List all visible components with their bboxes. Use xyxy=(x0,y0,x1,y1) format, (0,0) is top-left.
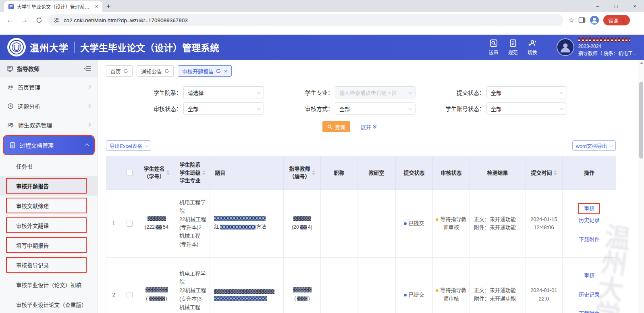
chevron-down-icon xyxy=(257,90,261,94)
thesis-title-cell xyxy=(210,258,284,313)
sidebar-subitem-review-proposal[interactable]: 审核开题报告 xyxy=(0,176,98,196)
student-name-header: 学生姓名 （学号） xyxy=(138,156,175,190)
review-method-select[interactable]: 全部 xyxy=(335,102,415,115)
sidebar-item-homepage-management[interactable]: 首页管理 xyxy=(0,77,98,96)
forward-icon[interactable]: → xyxy=(19,14,31,26)
row-checkbox[interactable] xyxy=(127,292,133,298)
detection-result-header: 检测结果 xyxy=(470,156,526,190)
student-name-cell: (22254 xyxy=(138,190,175,258)
sidebar-item-mutual-selection[interactable]: 师生双选管理 xyxy=(0,115,98,134)
browser-tab[interactable]: 大学生毕业论文（设计）管理系… × xyxy=(4,1,102,12)
chevron-right-icon xyxy=(87,85,91,89)
clock-icon xyxy=(7,103,14,109)
switch-role-button[interactable]: 切换 xyxy=(528,39,537,56)
download-attachment-link[interactable]: 下载附件 xyxy=(565,310,613,313)
select-all-header xyxy=(121,156,138,190)
profile-avatar-icon[interactable] xyxy=(590,15,599,25)
tab-notices[interactable]: 通知公告 xyxy=(137,65,174,77)
status-dot xyxy=(436,289,438,292)
refresh-icon[interactable] xyxy=(164,69,169,73)
tab-close-icon[interactable]: × xyxy=(95,3,98,10)
user-avatar xyxy=(557,38,574,56)
content-tab-strip: 首页 通知公告 审核开题报告 × xyxy=(106,65,636,77)
refresh-icon[interactable] xyxy=(123,69,128,73)
sidebar-collapse-icon[interactable] xyxy=(84,66,91,71)
status-dot xyxy=(404,222,407,225)
tab-home[interactable]: 首页 xyxy=(106,65,133,77)
users-icon xyxy=(7,122,14,128)
tab-close-icon[interactable]: × xyxy=(224,68,227,74)
history-link[interactable]: 历史记录 xyxy=(565,291,613,299)
sidebar-subitem-midterm-report[interactable]: 填写中期报告 xyxy=(0,235,98,255)
sidebar-item-process-documents[interactable]: 过程文档管理 xyxy=(4,136,94,154)
reload-icon[interactable] xyxy=(33,14,45,26)
sidebar-subitem-plagiarism-version[interactable]: 审核毕业设计论文（查重版） xyxy=(0,294,98,313)
submit-time-header: 提交时间 xyxy=(526,156,563,190)
side-panel-icon[interactable] xyxy=(578,17,586,23)
sort-icon[interactable] xyxy=(554,170,557,175)
review-status-select[interactable]: 全部 xyxy=(183,102,264,115)
row-checkbox[interactable] xyxy=(127,221,133,227)
account-status-select[interactable]: 全部 xyxy=(486,102,567,115)
chevron-down-icon xyxy=(408,106,412,110)
error-badge[interactable]: 错误 ⋮ xyxy=(603,15,630,25)
sort-icon[interactable] xyxy=(202,170,206,175)
browser-tab-strip: 大学生毕业论文（设计）管理系… × + – □ × xyxy=(0,0,644,12)
university-logo xyxy=(7,38,26,56)
address-bar-actions: ☆ 错误 ⋮ xyxy=(566,15,632,25)
scrollbar-thumb[interactable] xyxy=(639,82,643,159)
sort-icon[interactable] xyxy=(312,170,315,175)
scrollbar-up-arrow[interactable] xyxy=(640,62,643,64)
export-excel-button[interactable]: 导出Excel表格 xyxy=(106,140,151,151)
teaching-office-cell xyxy=(357,190,396,258)
select-all-checkbox[interactable] xyxy=(127,170,133,176)
sidebar-subitem-first-draft[interactable]: 审核毕业设计（论文）初稿 xyxy=(0,275,98,294)
sidebar-subitem-review-translation[interactable]: 审核外文翻译 xyxy=(0,215,98,235)
sidebar-subitem-task-book[interactable]: 任务书 xyxy=(0,156,98,176)
filter-submit-status: 提交状态： 全部 xyxy=(437,86,589,98)
records-table: 学生姓名 （学号） 学生院系 学生班级 学生专业 题目 指导教师 （编号） 职称… xyxy=(106,156,616,313)
chevron-right-icon xyxy=(87,104,91,108)
bookmark-star-icon[interactable]: ☆ xyxy=(568,16,574,25)
sort-icon[interactable] xyxy=(166,170,170,175)
submit-status-select[interactable]: 全部 xyxy=(486,86,567,98)
history-link[interactable]: 历史记录 xyxy=(565,216,613,225)
detection-result-cell: 正文：未开通功能 附件：未开通功能 xyxy=(470,258,526,313)
teacher-icon xyxy=(6,65,13,72)
sidebar-role-bar: 指导教师 xyxy=(0,60,98,77)
job-title-header: 职称 xyxy=(321,156,357,190)
standards-button[interactable]: 规范 xyxy=(508,39,518,56)
tab-favicon-icon xyxy=(8,4,14,10)
redacted-name xyxy=(147,216,166,221)
review-link[interactable]: 审核 xyxy=(578,203,600,214)
download-attachment-link[interactable]: 下载附件 xyxy=(565,236,613,244)
review-link[interactable]: 审核 xyxy=(565,271,613,280)
browser-menu-icon[interactable]: ⋮ xyxy=(621,17,627,23)
tab-review-proposal[interactable]: 审核开题报告 × xyxy=(178,65,232,77)
window-minimize-button[interactable]: – xyxy=(588,0,607,12)
window-close-button[interactable]: × xyxy=(625,0,644,12)
student-department-select[interactable]: 请选择 xyxy=(183,86,264,98)
refresh-icon[interactable] xyxy=(216,69,221,73)
url-field[interactable]: co2.cnki.net/Main.html?dp=wzu&r=17090893… xyxy=(48,14,563,26)
job-title-cell xyxy=(321,190,357,258)
sidebar-subitem-guidance-records[interactable]: 审核指导记录 xyxy=(0,255,98,275)
filter-account-status: 学生账号状态： 全部 xyxy=(437,102,589,115)
tab-title: 大学生毕业论文（设计）管理系… xyxy=(17,3,92,10)
user-block[interactable]: 2023-2024 指导教师（ 院系：机电工... xyxy=(557,38,637,57)
search-button[interactable]: 查询 xyxy=(322,121,350,132)
table-area: 导出Excel表格 word文档导出 xyxy=(106,140,616,313)
window-controls: – □ × xyxy=(588,0,644,12)
export-word-button[interactable]: word文档导出 xyxy=(572,140,616,151)
sidebar-subitem-review-literature[interactable]: 审核文献综述 xyxy=(0,196,98,215)
new-tab-button[interactable]: + xyxy=(102,1,114,12)
chevron-down-icon xyxy=(560,90,564,94)
expand-link[interactable]: 展开 xyxy=(361,123,377,131)
window-maximize-button[interactable]: □ xyxy=(607,0,625,12)
filter-panel: 学生院系： 请选择 学生专业： 输入检索或点击右侧下拉 提交状态： xyxy=(134,86,636,115)
sidebar-item-topic-analysis[interactable]: 选题分析 xyxy=(0,96,98,115)
student-major-select[interactable]: 输入检索或点击右侧下拉 xyxy=(335,86,415,98)
redacted-title xyxy=(214,289,274,294)
back-icon[interactable]: ← xyxy=(4,14,16,26)
send-review-button[interactable]: 送审 xyxy=(489,39,499,56)
